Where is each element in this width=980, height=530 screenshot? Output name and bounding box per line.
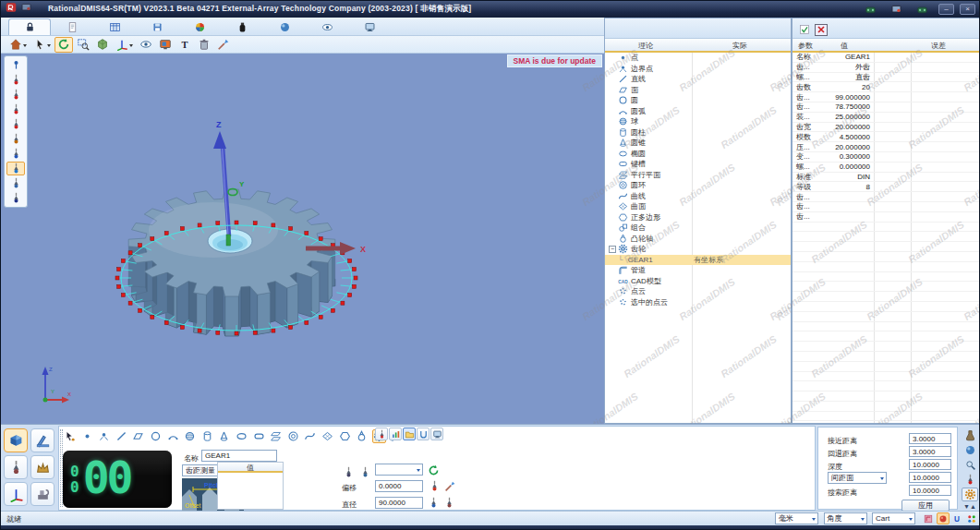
viewport-tool-probe-mode-1[interactable] xyxy=(6,73,25,87)
screen-record-icon[interactable] xyxy=(885,4,907,16)
toolbar-home[interactable] xyxy=(6,37,30,53)
geo-tool-polygon[interactable] xyxy=(338,429,352,443)
field-input-1[interactable] xyxy=(909,446,951,457)
tree-item-凸轮轴[interactable]: 凸轮轴 xyxy=(605,234,791,245)
tree-item-键槽[interactable]: 键槽 xyxy=(605,159,791,170)
viewport-tool-probe-mode-5[interactable] xyxy=(6,132,25,146)
ribbon-tab-sphere[interactable] xyxy=(263,18,306,35)
tree-item-平行平面[interactable]: 平行平面 xyxy=(605,170,791,181)
minimize-button[interactable]: – xyxy=(938,4,954,15)
field-input-0[interactable] xyxy=(909,433,951,444)
diameter-input[interactable] xyxy=(375,497,423,509)
tree-item-球[interactable]: 球 xyxy=(605,116,791,127)
tree-item-椭圆[interactable]: 椭圆 xyxy=(605,149,791,160)
param-row-等级[interactable]: 等级8 xyxy=(792,182,979,192)
ribbon-tab-measure[interactable] xyxy=(8,18,51,35)
toolbar-display-settings[interactable] xyxy=(156,37,175,53)
param-row-模数[interactable]: 模数4.500000 xyxy=(792,132,979,142)
param-row-齿...[interactable]: 齿...外齿 xyxy=(792,63,979,73)
param-row-齿...[interactable]: 齿... xyxy=(792,192,979,202)
field-input-4[interactable] xyxy=(909,485,951,496)
gear-3d-scene[interactable]: ZYXZYX xyxy=(1,54,604,424)
tree-item-GEAR1[interactable]: └GEAR1有坐标系 xyxy=(605,255,791,266)
edit-path-icon[interactable] xyxy=(443,479,457,492)
param-row-齿数[interactable]: 齿数20 xyxy=(792,82,979,92)
toolbar-coordinate-system[interactable] xyxy=(113,37,136,53)
angle-units-combo[interactable]: 角度 xyxy=(824,512,867,524)
tree-item-圆弧[interactable]: 圆弧 xyxy=(605,106,791,117)
probe-play-icon[interactable] xyxy=(427,496,441,509)
tree-expander-icon[interactable]: − xyxy=(609,246,616,253)
status-path-display-icon[interactable] xyxy=(922,512,935,524)
tree-item-选中的点云[interactable]: 选中的点云 xyxy=(605,297,791,308)
ribbon-tab-colors[interactable] xyxy=(178,18,221,35)
tree-item-曲线[interactable]: 曲线 xyxy=(605,191,791,202)
param-row-齿...[interactable]: 齿... xyxy=(792,212,979,223)
geo-tool-torus[interactable] xyxy=(286,429,300,443)
side-tool-probe-red[interactable] xyxy=(962,473,978,487)
param-row-齿...[interactable]: 齿...99.000000 xyxy=(792,92,979,102)
mini-tab-strategy[interactable] xyxy=(403,428,416,440)
param-row-压...[interactable]: 压...20.000000 xyxy=(792,142,979,152)
tree-item-边界点[interactable]: 边界点 xyxy=(605,64,791,75)
tree-item-正多边形[interactable]: 正多边形 xyxy=(605,212,791,223)
gear-name-input[interactable] xyxy=(201,450,277,462)
geo-tool-surface[interactable] xyxy=(321,429,334,443)
toolbar-select[interactable] xyxy=(30,37,54,53)
geo-tool-point[interactable] xyxy=(80,429,94,443)
close-button[interactable]: × xyxy=(960,4,975,15)
viewport-tool-probe-mode-3[interactable] xyxy=(6,102,25,116)
param-row-标准[interactable]: 标准DIN xyxy=(792,173,979,183)
tree-item-曲面[interactable]: 曲面 xyxy=(605,201,791,212)
side-tool-settings[interactable] xyxy=(962,488,978,501)
tree-item-组合[interactable]: 组合 xyxy=(605,223,791,234)
ribbon-tab-view[interactable] xyxy=(306,18,348,35)
spacing-face-combo[interactable]: 间距面 xyxy=(828,472,887,484)
tree-item-圆锥[interactable]: 圆锥 xyxy=(605,138,791,149)
ribbon-tab-report[interactable] xyxy=(51,18,93,35)
viewport-tool-probe-mode-4[interactable] xyxy=(6,117,25,131)
confirm-check-icon[interactable] xyxy=(798,24,811,36)
mini-tab-results-chart[interactable] xyxy=(389,428,402,440)
close-panel-icon[interactable] xyxy=(815,24,828,36)
offset-input[interactable] xyxy=(375,480,423,492)
param-row-齿...[interactable]: 齿... xyxy=(792,202,979,212)
remote-device-icon[interactable] xyxy=(859,4,881,16)
geo-tool-camshaft[interactable] xyxy=(355,429,369,443)
tree-item-直线[interactable]: 直线 xyxy=(605,74,791,85)
side-tool-probe-search[interactable] xyxy=(962,458,978,472)
status-probe-display-icon[interactable] xyxy=(937,512,950,524)
geo-tool-ellipse[interactable] xyxy=(235,429,248,443)
toolbar-visibility[interactable] xyxy=(137,37,155,53)
mode-button-machine-control[interactable] xyxy=(30,482,54,506)
param-row-螺...[interactable]: 螺...直齿 xyxy=(792,73,979,83)
window-menu-icon[interactable] xyxy=(20,1,32,18)
geo-tool-sphere[interactable] xyxy=(183,429,197,443)
tree-item-圆柱[interactable]: 圆柱 xyxy=(605,127,791,139)
probe-left-icon[interactable] xyxy=(442,496,456,509)
status-point-cloud-display-icon[interactable] xyxy=(965,512,978,524)
geo-tool-line[interactable] xyxy=(115,429,128,443)
mini-tab-preview[interactable] xyxy=(430,428,443,440)
tree-item-点云[interactable]: 点云 xyxy=(605,286,791,297)
geo-tool-cone[interactable] xyxy=(217,429,231,443)
probe-angle-a-icon[interactable] xyxy=(342,465,356,478)
ribbon-tab-data[interactable] xyxy=(136,18,178,35)
controller-icon[interactable] xyxy=(911,4,933,16)
geo-tool-edge-point[interactable] xyxy=(97,429,111,443)
mini-tab-probe-path[interactable] xyxy=(375,428,388,440)
probe-point-icon[interactable] xyxy=(428,479,442,492)
status-unit-display-icon[interactable] xyxy=(950,512,963,524)
toolbar-view-rotate[interactable] xyxy=(54,37,73,53)
probe-angle-b-icon[interactable] xyxy=(358,465,372,478)
ribbon-tab-screen[interactable] xyxy=(348,18,391,35)
geo-tool-manual-point[interactable] xyxy=(63,429,77,443)
tree-item-CAD模型[interactable]: CAD模型 xyxy=(605,276,791,287)
toolbar-labels[interactable] xyxy=(175,37,194,53)
mode-button-probe-config[interactable] xyxy=(4,455,28,479)
geo-tool-cylinder[interactable] xyxy=(200,429,214,443)
length-units-combo[interactable]: 毫米 xyxy=(775,512,818,524)
ribbon-tab-ink[interactable] xyxy=(221,18,263,35)
viewport-tool-pin-toolbar[interactable] xyxy=(6,58,25,72)
field-input-3[interactable] xyxy=(909,472,951,483)
